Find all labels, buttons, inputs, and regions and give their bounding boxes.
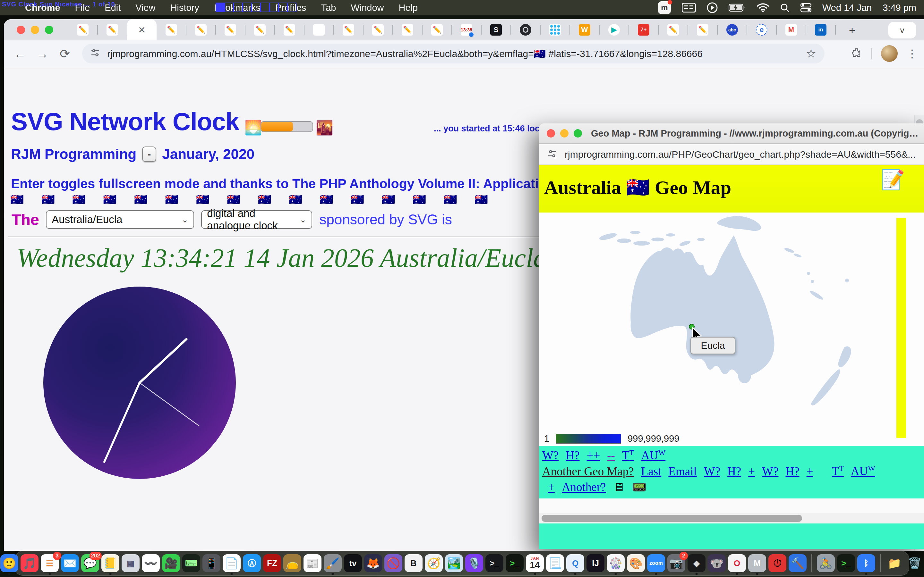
forward-button[interactable]: → [33,45,51,63]
dock-icon-notes[interactable]: 📒 [102,554,120,572]
geomap-link[interactable]: TT [622,448,634,462]
dock-icon-safari[interactable]: 🧭 [425,554,443,572]
geomap-link[interactable]: H? [785,464,799,478]
tab-12[interactable]: ✏️ [422,19,452,40]
tab-4[interactable]: ✏️ [186,19,216,40]
dock-icon-gauge-app[interactable]: ⏱ [768,554,787,572]
dock-icon-quicktime[interactable]: Q [566,554,584,572]
menu-item-history[interactable]: History [170,3,199,13]
bookmark-star-icon[interactable]: ☆ [806,47,816,60]
tab-13[interactable]: 13:38 [452,19,481,40]
menu-item-view[interactable]: View [136,3,155,13]
dock-icon-m-app[interactable]: M [748,554,766,572]
geomap-link[interactable]: AUW [851,464,875,478]
dock-icon-wave-app[interactable]: 〰️ [142,554,160,572]
geomap-link[interactable]: Another Geo Map? [542,464,634,478]
address-bar[interactable]: rjmprogramming.com.au/HTMLCSS/svg_clock.… [82,44,825,63]
geomap-link[interactable]: H? [727,464,741,478]
keyboard-icon[interactable] [682,3,696,13]
timezone-select[interactable]: Australia/Eucla⌄ [46,210,194,229]
dock-icon-preview[interactable]: 🏞️ [445,554,463,572]
geomap-link[interactable]: + [806,464,813,478]
dock-icon-camera-app[interactable]: 📷2 [667,554,685,572]
mimestream-icon[interactable]: m [658,1,671,14]
menu-time[interactable]: 3:49 pm [883,3,916,13]
tab-14[interactable]: S [481,19,511,40]
geomap-link[interactable]: TT [832,464,844,478]
dock-icon-iterm[interactable]: >_ [506,554,523,572]
geomap-link[interactable]: 🖥 [613,480,625,494]
minus-button[interactable]: - [142,147,156,162]
close-tab-icon[interactable]: ✕ [138,25,145,35]
menu-item-help[interactable]: Help [399,3,418,13]
dock-icon-app-store[interactable]: Ⓐ [243,554,261,572]
geomap-link[interactable]: W? [542,448,559,462]
tab-23[interactable]: e [747,19,776,40]
dock-icon-messages[interactable]: 💬202 [81,554,99,572]
tab-8[interactable] [304,19,334,40]
geomap-link[interactable]: Another? [562,480,606,494]
site-settings-icon[interactable] [90,48,100,59]
dock-icon-trash[interactable]: 🗑️ [906,554,924,572]
site-settings-icon[interactable] [548,149,557,160]
dock-icon-b-app[interactable]: B [405,554,423,572]
geomap-link[interactable]: ++ [587,448,600,462]
tab-21[interactable]: ✏️ [688,19,717,40]
dock-icon-podcasts[interactable]: 🎙️ [465,554,483,572]
tab-25[interactable]: in [806,19,835,40]
dock-icon-inkscape[interactable]: ◆ [688,554,706,572]
dock-icon-opera[interactable]: O [728,554,746,572]
dock-icon-pages[interactable]: 📃 [546,554,564,572]
tab-22[interactable]: abc [717,19,747,40]
dock-icon-leather-app[interactable]: 👝 [283,554,301,572]
geomap-link[interactable]: W? [704,464,720,478]
dock-icon-textedit[interactable]: 📄 [223,554,241,572]
menu-date[interactable]: Wed 14 Jan [822,3,872,13]
dock-icon-mail[interactable]: ✉️ [61,554,79,572]
close-window-button[interactable] [17,26,25,34]
dock-icon-firefox[interactable]: 🦊 [364,554,382,572]
geomap-link[interactable]: Last [641,464,662,478]
dock-icon-gimp[interactable]: 🖌️ [324,554,342,572]
tab-16[interactable] [540,19,570,40]
geomap-link[interactable]: -- [607,448,615,462]
profile-avatar[interactable] [881,45,898,62]
maximize-window-button[interactable] [45,26,53,34]
geomap-link[interactable]: + [548,480,555,494]
tab-20[interactable]: ✏️ [658,19,688,40]
tab-24[interactable]: M [776,19,806,40]
dock-icon-launchpad[interactable]: ▦ [121,554,140,572]
tab-3[interactable]: ✏️ [157,19,186,40]
dock-icon-bluetooth[interactable]: ᛒ [857,554,875,572]
geomap-titlebar[interactable]: Geo Map - RJM Programming - //www.rjmpro… [539,123,924,144]
url-text[interactable]: rjmprogramming.com.au/HTMLCSS/svg_clock.… [107,48,703,59]
dock-icon-filezilla[interactable]: FZ [263,554,281,572]
geomap-address-bar[interactable]: rjmprogramming.com.au/PHP/GeoChart/geo_c… [539,145,924,165]
geomap-link[interactable]: AUW [641,448,666,462]
minimize-window-button[interactable] [560,129,569,137]
dock-icon-terminal[interactable]: >_ [485,554,503,572]
minimize-window-button[interactable] [31,26,39,34]
dock-icon-finder[interactable]: 🙂 [0,554,18,572]
dock-icon-koala-app[interactable]: 🐨 [708,554,726,572]
dock-icon-zoom[interactable]: zoom [647,554,665,572]
dock-icon-cycling-app[interactable]: 🚴 [817,554,835,572]
dock-icon-chrome[interactable]: 🎡 [607,554,625,572]
dock-icon-facetime[interactable]: 🎥 [162,554,180,572]
tab-11[interactable]: ✏️ [393,19,422,40]
dock-icon-apple-tv[interactable]: tv [344,554,362,572]
geomap-link[interactable]: Email [668,464,696,478]
control-center-icon[interactable] [800,3,811,13]
notepad-pencil-icon[interactable]: 📝 [881,168,905,191]
new-tab-button[interactable]: + [845,23,860,38]
tab-10[interactable]: ✏️ [363,19,393,40]
dock-icon-slash-app[interactable]: 🚫 [384,554,402,572]
dock-icon-music[interactable]: 🎵 [21,554,39,572]
tab-6[interactable]: ✏️ [245,19,275,40]
geomap-hscrollbar[interactable] [539,513,924,524]
menu-item-tab[interactable]: Tab [321,3,336,13]
dock-icon-news[interactable]: 📰 [304,554,321,572]
battery-icon[interactable] [729,3,746,12]
geomap-link[interactable]: + [748,464,755,478]
dock-icon-paint-app[interactable]: 🎨 [627,554,645,572]
